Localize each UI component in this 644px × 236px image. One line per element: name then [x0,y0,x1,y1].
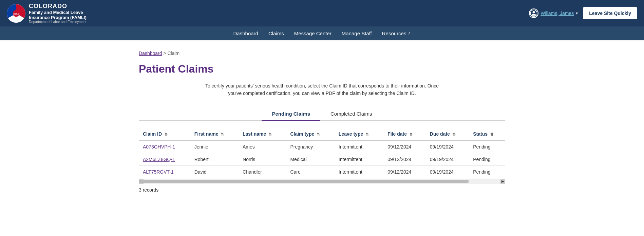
main-nav: Dashboard Claims Message Center Manage S… [0,26,644,40]
table-body: A073GHVPH-1 Jennie Ames Pregnancy Interm… [139,140,505,178]
scrollbar-right-arrow[interactable]: ▶ [500,179,505,184]
breadcrumb: Dashboard > Claim [139,51,505,56]
table-row: A073GHVPH-1 Jennie Ames Pregnancy Interm… [139,140,505,153]
breadcrumb-current: Claim [167,51,179,56]
scrollbar-thumb[interactable] [139,180,469,183]
tab-pending-claims[interactable]: Pending Claims [262,107,320,121]
header-text-block: COLORADO Family and Medical Leave Insura… [29,3,87,24]
user-menu[interactable]: Willams, James ▾ [529,8,578,18]
breadcrumb-separator: > [163,51,167,56]
first-name-0: Jennie [190,140,239,153]
nav-manage-staff-label: Manage Staff [342,31,372,36]
table-row: A2M6LZ8GQ-1 Robert Norris Medical Interm… [139,153,505,165]
user-name-label[interactable]: Willams, James [541,11,574,16]
horizontal-scrollbar[interactable]: ◀ ▶ [139,179,505,184]
nav-resources[interactable]: Resources ↗ [382,31,411,36]
user-avatar-icon [529,8,538,18]
status-0: Pending [469,140,505,153]
due-date-1: 09/19/2024 [426,153,469,165]
last-name-0: Ames [239,140,286,153]
sort-icon-due-date: ⇅ [453,132,456,137]
external-link-icon: ↗ [408,31,411,36]
claim-id-link-1[interactable]: A2M6LZ8GQ-1 [143,157,175,162]
sort-icon-claim-id: ⇅ [165,132,168,137]
nav-claims-label: Claims [268,31,284,36]
nav-message-center-label: Message Center [294,31,332,36]
state-name: COLORADO [29,3,87,10]
logo-area: CDLE COLORADO Family and Medical Leave I… [7,3,87,24]
last-name-2: Chandler [239,165,286,178]
col-due-date[interactable]: Due date ⇅ [426,128,469,140]
dept-name: Department of Labor and Employment [29,20,87,24]
claims-table: Claim ID ⇅ First name ⇅ Last name ⇅ Clai… [139,128,505,178]
breadcrumb-home-link[interactable]: Dashboard [139,51,162,56]
sort-icon-claim-type: ⇅ [317,132,320,137]
sort-icon-file-date: ⇅ [410,132,413,137]
sort-icon-leave-type: ⇅ [366,132,369,137]
tab-completed-claims[interactable]: Completed Claims [320,107,382,121]
leave-site-button[interactable]: Leave Site Quickly [583,7,637,19]
nav-dashboard[interactable]: Dashboard [233,31,258,36]
due-date-2: 09/19/2024 [426,165,469,178]
claim-type-2: Care [286,165,334,178]
status-2: Pending [469,165,505,178]
sort-icon-last-name: ⇅ [269,132,272,137]
col-leave-type[interactable]: Leave type ⇅ [335,128,383,140]
nav-resources-label: Resources [382,31,406,36]
page-header: CDLE COLORADO Family and Medical Leave I… [0,0,644,26]
sort-icon-status: ⇅ [490,132,493,137]
nav-dashboard-label: Dashboard [233,31,258,36]
nav-message-center[interactable]: Message Center [294,31,332,36]
page-description: To certify your patients' serious health… [203,82,441,97]
col-last-name[interactable]: Last name ⇅ [239,128,286,140]
leave-type-2: Intermittent [335,165,383,178]
col-first-name[interactable]: First name ⇅ [190,128,239,140]
claims-tabs: Pending Claims Completed Claims [139,107,505,121]
claim-id-link-0[interactable]: A073GHVPH-1 [143,144,175,150]
dropdown-arrow-icon: ▾ [576,11,578,16]
claim-type-1: Medical [286,153,334,165]
sort-icon-first-name: ⇅ [221,132,224,137]
col-file-date[interactable]: File date ⇅ [383,128,426,140]
table-row: ALT75RGVT-1 David Chandler Care Intermit… [139,165,505,178]
file-date-2: 09/12/2024 [383,165,426,178]
claims-table-container: Claim ID ⇅ First name ⇅ Last name ⇅ Clai… [139,128,505,184]
svg-text:CDLE: CDLE [13,13,19,15]
first-name-2: David [190,165,239,178]
program-name2: Insurance Program (FAMLI) [29,15,87,20]
col-claim-type[interactable]: Claim type ⇅ [286,128,334,140]
first-name-1: Robert [190,153,239,165]
last-name-1: Norris [239,153,286,165]
file-date-1: 09/12/2024 [383,153,426,165]
svg-point-5 [533,11,535,14]
nav-manage-staff[interactable]: Manage Staff [342,31,372,36]
main-content: Dashboard > Claim Patient Claims To cert… [118,40,526,203]
col-claim-id[interactable]: Claim ID ⇅ [139,128,190,140]
claim-id-link-2[interactable]: ALT75RGVT-1 [143,169,174,175]
due-date-0: 09/19/2024 [426,140,469,153]
colorado-logo: CDLE [7,4,25,23]
page-title: Patient Claims [139,63,505,75]
nav-claims[interactable]: Claims [268,31,284,36]
file-date-0: 09/12/2024 [383,140,426,153]
program-name: Family and Medical Leave [29,10,87,15]
leave-type-0: Intermittent [335,140,383,153]
col-status[interactable]: Status ⇅ [469,128,505,140]
header-right: Willams, James ▾ Leave Site Quickly [529,7,637,19]
claim-type-0: Pregnancy [286,140,334,153]
records-count: 3 records [139,187,505,193]
status-1: Pending [469,153,505,165]
table-header: Claim ID ⇅ First name ⇅ Last name ⇅ Clai… [139,128,505,140]
leave-type-1: Intermittent [335,153,383,165]
